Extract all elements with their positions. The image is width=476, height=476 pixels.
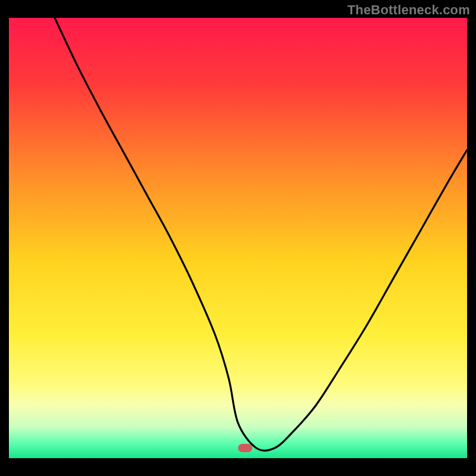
chart-frame: TheBottleneck.com (0, 0, 476, 476)
watermark-text: TheBottleneck.com (347, 2, 470, 18)
plot-area (9, 18, 467, 458)
bottleneck-curve (9, 18, 467, 458)
optimal-point-marker (238, 444, 252, 452)
